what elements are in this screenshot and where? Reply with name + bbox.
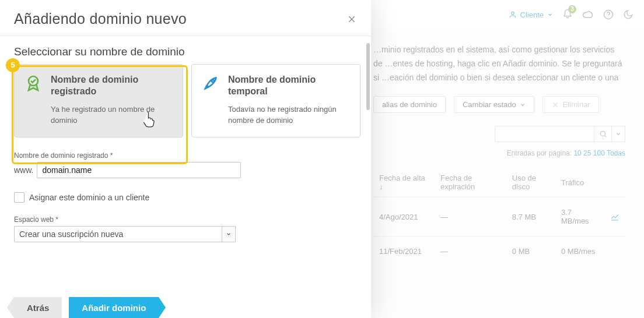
domain-prefix: www.	[14, 165, 33, 175]
close-icon	[347, 15, 356, 24]
rosette-icon	[24, 74, 44, 126]
option-title: Nombre de dominio registrado	[51, 74, 173, 97]
scrollbar-thumb[interactable]	[366, 43, 370, 110]
webspace-select[interactable]: Crear una suscripción nueva	[14, 226, 222, 242]
add-domain-button[interactable]: Añadir dominio	[69, 297, 159, 318]
domain-name-input[interactable]	[37, 162, 241, 178]
svg-point-8	[212, 80, 214, 82]
option-sub: Todavía no he registrado ningún nombre d…	[228, 104, 351, 126]
assign-client-checkbox[interactable]	[14, 192, 24, 203]
assign-client-label: Asignar este dominio a un cliente	[29, 193, 149, 202]
chevron-down-icon	[226, 231, 232, 237]
webspace-selected: Crear una suscripción nueva	[19, 229, 123, 239]
modal-footer: Atrás Añadir dominio	[14, 297, 159, 318]
domain-field-label: Nombre de dominio registrado *	[14, 151, 357, 160]
modal-header: Añadiendo dominio nuevo	[0, 0, 371, 36]
option-registered-domain[interactable]: Nombre de dominio registrado Ya he regis…	[14, 64, 183, 137]
rocket-icon	[201, 74, 221, 126]
modal-body: Seleccionar su nombre de dominio Nombre …	[0, 36, 371, 242]
section-title: Seleccionar su nombre de dominio	[14, 42, 357, 64]
close-button[interactable]	[345, 13, 358, 26]
modal-title: Añadiendo dominio nuevo	[14, 10, 357, 27]
add-domain-modal: Añadiendo dominio nuevo Seleccionar su n…	[0, 0, 371, 318]
option-temporary-domain[interactable]: Nombre de dominio temporal Todavía no he…	[191, 64, 360, 137]
option-title: Nombre de dominio temporal	[228, 74, 351, 97]
webspace-dropdown-button[interactable]	[222, 226, 236, 242]
back-button[interactable]: Atrás	[14, 297, 62, 318]
webspace-label: Espacio web *	[14, 215, 357, 224]
option-sub: Ya he registrado un nombre de dominio	[51, 104, 173, 126]
